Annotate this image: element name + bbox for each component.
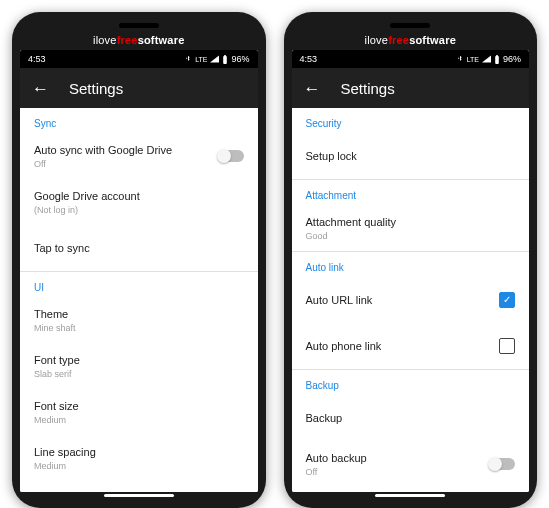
section-ui: UI <box>20 272 258 297</box>
brand-pre: ilove <box>93 34 117 46</box>
row-auto-sync[interactable]: Auto sync with Google Drive Off <box>20 133 258 179</box>
battery-icon <box>222 55 228 64</box>
brand-pre: ilove <box>365 34 389 46</box>
screen-right: 4:53 LTE 96% ← Settings Security <box>292 50 530 492</box>
backup-label: Backup <box>306 411 516 425</box>
page-title: Settings <box>341 80 395 97</box>
setup-lock-label: Setup lock <box>306 149 516 163</box>
settings-list-right[interactable]: Security Setup lock Attachment Attachmen… <box>292 108 530 492</box>
auto-url-label: Auto URL link <box>306 293 500 307</box>
phone-speaker <box>119 23 159 28</box>
bluetooth-icon <box>456 55 464 63</box>
brand-logo: ilovefreesoftware <box>292 34 530 46</box>
att-quality-value: Good <box>306 231 516 241</box>
bluetooth-icon <box>184 55 192 63</box>
settings-list-left[interactable]: Sync Auto sync with Google Drive Off Goo… <box>20 108 258 492</box>
auto-phone-label: Auto phone link <box>306 339 500 353</box>
status-battery: 96% <box>503 54 521 64</box>
app-bar: ← Settings <box>292 68 530 108</box>
phone-speaker <box>390 23 430 28</box>
svg-rect-0 <box>224 55 228 63</box>
section-backup: Backup <box>292 370 530 395</box>
status-net: LTE <box>195 56 207 63</box>
row-auto-url-link[interactable]: Auto URL link ✓ <box>292 277 530 323</box>
brand-post: software <box>409 34 456 46</box>
row-font-size[interactable]: Font size Medium <box>20 389 258 435</box>
svg-rect-3 <box>496 55 498 56</box>
section-autolink: Auto link <box>292 252 530 277</box>
signal-icon <box>482 55 491 63</box>
auto-phone-checkbox[interactable] <box>499 338 515 354</box>
section-sync: Sync <box>20 108 258 133</box>
tap-sync-label: Tap to sync <box>34 241 244 255</box>
font-size-value: Medium <box>34 415 244 425</box>
back-button[interactable]: ← <box>304 80 321 97</box>
brand-mid: free <box>388 34 409 46</box>
row-auto-phone-link[interactable]: Auto phone link <box>292 323 530 369</box>
svg-rect-2 <box>495 55 499 63</box>
back-button[interactable]: ← <box>32 80 49 97</box>
status-net: LTE <box>467 56 479 63</box>
app-bar: ← Settings <box>20 68 258 108</box>
nav-pill[interactable] <box>104 494 174 497</box>
section-attachment: Attachment <box>292 180 530 205</box>
theme-value: Mine shaft <box>34 323 244 333</box>
auto-backup-switch[interactable] <box>489 458 515 470</box>
row-backup[interactable]: Backup <box>292 395 530 441</box>
att-quality-label: Attachment quality <box>306 215 516 229</box>
status-bar: 4:53 LTE 96% <box>20 50 258 68</box>
auto-sync-value: Off <box>34 159 218 169</box>
row-attachment-quality[interactable]: Attachment quality Good <box>292 205 530 251</box>
row-tap-sync[interactable]: Tap to sync <box>20 225 258 271</box>
brand-logo: ilovefreesoftware <box>20 34 258 46</box>
svg-rect-1 <box>225 55 227 56</box>
row-font-type[interactable]: Font type Slab serif <box>20 343 258 389</box>
auto-sync-switch[interactable] <box>218 150 244 162</box>
section-security: Security <box>292 108 530 133</box>
signal-icon <box>210 55 219 63</box>
auto-url-checkbox[interactable]: ✓ <box>499 292 515 308</box>
brand-mid: free <box>117 34 138 46</box>
gdrive-value: (Not log in) <box>34 205 244 215</box>
battery-icon <box>494 55 500 64</box>
row-auto-backup[interactable]: Auto backup Off <box>292 441 530 487</box>
brand-post: software <box>138 34 185 46</box>
row-setup-lock[interactable]: Setup lock <box>292 133 530 179</box>
phone-right: ilovefreesoftware 4:53 LTE 96% ← Setting… <box>284 12 538 508</box>
screen-left: 4:53 LTE 96% ← Settings Sync <box>20 50 258 492</box>
line-spacing-label: Line spacing <box>34 445 244 459</box>
status-bar: 4:53 LTE 96% <box>292 50 530 68</box>
row-line-spacing[interactable]: Line spacing Medium <box>20 435 258 481</box>
auto-backup-label: Auto backup <box>306 451 490 465</box>
font-size-label: Font size <box>34 399 244 413</box>
line-spacing-value: Medium <box>34 461 244 471</box>
status-time: 4:53 <box>28 54 46 64</box>
auto-backup-value: Off <box>306 467 490 477</box>
gdrive-label: Google Drive account <box>34 189 244 203</box>
row-theme[interactable]: Theme Mine shaft <box>20 297 258 343</box>
theme-label: Theme <box>34 307 244 321</box>
page-title: Settings <box>69 80 123 97</box>
status-battery: 96% <box>231 54 249 64</box>
font-type-value: Slab serif <box>34 369 244 379</box>
nav-bar <box>292 494 530 500</box>
row-gdrive-account[interactable]: Google Drive account (Not log in) <box>20 179 258 225</box>
auto-sync-label: Auto sync with Google Drive <box>34 143 218 157</box>
phone-left: ilovefreesoftware 4:53 LTE 96% ← Setting… <box>12 12 266 508</box>
nav-pill[interactable] <box>375 494 445 497</box>
status-time: 4:53 <box>300 54 318 64</box>
nav-bar <box>20 494 258 500</box>
font-type-label: Font type <box>34 353 244 367</box>
